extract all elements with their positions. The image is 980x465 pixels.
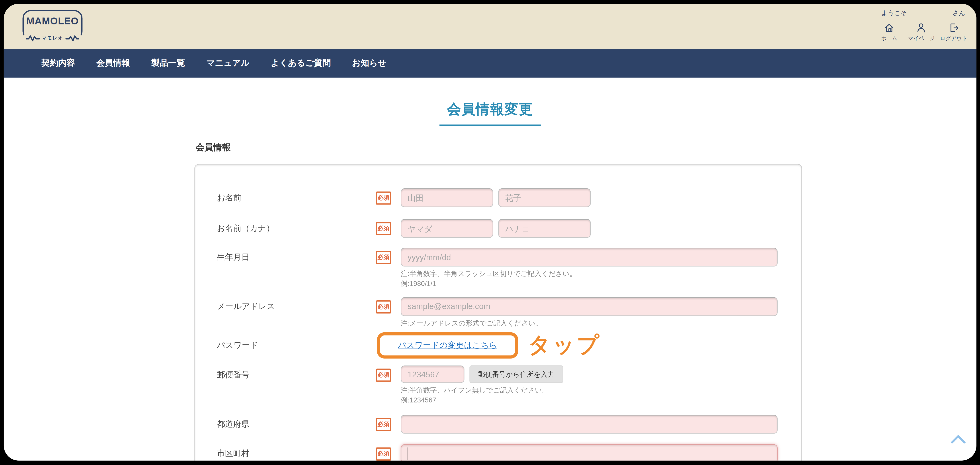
name-kana-label: お名前（カナ） — [217, 219, 375, 238]
required-badge: 必須 — [375, 222, 391, 235]
home-label: ホーム — [881, 35, 897, 43]
form-row-password: パスワード パスワードの変更はこちら タップ — [217, 332, 784, 358]
text-cursor — [407, 447, 408, 460]
nav-item-products[interactable]: 製品一覧 — [151, 58, 185, 69]
tap-annotation: タップ — [528, 332, 601, 357]
mypage-button[interactable]: マイページ — [908, 22, 935, 43]
logo-subtitle: マモレオ — [24, 34, 81, 42]
logo-wordmark: MAMOLEO — [24, 16, 81, 27]
site-header: MAMOLEO マモレオ ようこそ さん — [4, 4, 977, 49]
main-content: 会員情報変更 会員情報 お名前 必須 — [4, 100, 977, 460]
home-button[interactable]: ホーム — [875, 22, 903, 43]
postal-code-label: 郵便番号 — [217, 366, 375, 385]
form-row-prefecture: 都道府県 必須 — [217, 415, 784, 433]
required-badge: 必須 — [375, 418, 391, 431]
mamoleo-logo[interactable]: MAMOLEO マモレオ — [22, 10, 83, 40]
birthdate-example: 例:1980/1/1 — [401, 280, 784, 288]
birthdate-label: 生年月日 — [217, 248, 375, 267]
email-note: 注:メールアドレスの形式でご記入ください。 — [401, 319, 784, 328]
nav-item-news[interactable]: お知らせ — [352, 58, 387, 69]
header-user-area: ようこそ さん ホーム — [875, 9, 967, 42]
welcome-suffix: さん — [952, 9, 965, 17]
welcome-message: ようこそ さん — [875, 9, 967, 17]
email-input[interactable] — [401, 297, 778, 316]
form-row-name: お名前 必須 — [217, 189, 784, 207]
scroll-to-top-button[interactable] — [950, 434, 966, 447]
header-actions: ホーム マイページ — [875, 22, 967, 43]
required-badge: 必須 — [375, 192, 391, 205]
section-heading: 会員情報 — [196, 142, 977, 153]
chevron-up-icon — [950, 434, 966, 444]
password-label: パスワード — [217, 332, 375, 358]
last-name-kana-input[interactable] — [401, 219, 493, 238]
birthdate-note: 注:半角数字、半角スラッシュ区切りでご記入ください。 — [401, 270, 784, 278]
logo-subtitle-text: マモレオ — [42, 35, 64, 41]
form-row-email: メールアドレス 必須 注:メールアドレスの形式でご記入ください。 — [217, 297, 784, 328]
first-name-input[interactable] — [498, 189, 590, 207]
required-badge: 必須 — [375, 447, 391, 460]
browser-viewport: MAMOLEO マモレオ ようこそ さん — [4, 4, 977, 460]
birthdate-input[interactable] — [401, 248, 778, 267]
page-title: 会員情報変更 — [439, 100, 541, 126]
last-name-input[interactable] — [401, 189, 493, 207]
first-name-kana-input[interactable] — [498, 219, 590, 238]
nav-item-manual[interactable]: マニュアル — [206, 58, 250, 69]
required-badge: 必須 — [375, 300, 391, 313]
nav-item-faq[interactable]: よくあるご質問 — [271, 58, 331, 69]
required-badge: 必須 — [375, 251, 391, 264]
prefecture-label: 都道府県 — [217, 415, 375, 433]
logout-label: ログアウト — [940, 35, 967, 43]
member-info-panel: お名前 必須 お名前（カナ） 必須 — [194, 164, 802, 460]
welcome-prefix: ようこそ — [881, 9, 907, 17]
main-nav: 契約内容 会員情報 製品一覧 マニュアル よくあるご質問 お知らせ — [4, 49, 977, 78]
tap-highlight-box: パスワードの変更はこちら — [377, 332, 518, 358]
nav-item-member-info[interactable]: 会員情報 — [96, 58, 130, 69]
logout-button[interactable]: ログアウト — [940, 22, 967, 43]
mypage-label: マイページ — [908, 35, 935, 43]
form-row-postal-code: 郵便番号 必須 郵便番号から住所を入力 注:半角数字、ハイフン無しでご記入くださ… — [217, 366, 784, 405]
postal-code-note: 注:半角数字、ハイフン無しでご記入ください。 — [401, 386, 784, 395]
form-row-city: 市区町村 必須 — [217, 444, 784, 460]
required-badge: 必須 — [375, 369, 391, 382]
pulse-line-icon — [26, 34, 40, 42]
city-input[interactable] — [401, 444, 778, 460]
pulse-line-icon — [65, 34, 79, 42]
postal-lookup-button[interactable]: 郵便番号から住所を入力 — [469, 366, 563, 383]
city-label: 市区町村 — [217, 444, 375, 460]
home-icon — [883, 22, 895, 34]
screenshot-frame: MAMOLEO マモレオ ようこそ さん — [0, 0, 980, 465]
user-icon — [915, 22, 928, 34]
prefecture-input[interactable] — [401, 415, 778, 433]
form-row-name-kana: お名前（カナ） 必須 — [217, 219, 784, 238]
email-label: メールアドレス — [217, 297, 375, 316]
nav-item-contract[interactable]: 契約内容 — [41, 58, 75, 69]
postal-code-input[interactable] — [401, 366, 465, 383]
name-label: お名前 — [217, 189, 375, 207]
change-password-link[interactable]: パスワードの変更はこちら — [398, 340, 497, 351]
postal-code-example: 例:1234567 — [401, 396, 784, 405]
form-row-birthdate: 生年月日 必須 注:半角数字、半角スラッシュ区切りでご記入ください。 例:198… — [217, 248, 784, 288]
logout-icon — [948, 22, 960, 34]
